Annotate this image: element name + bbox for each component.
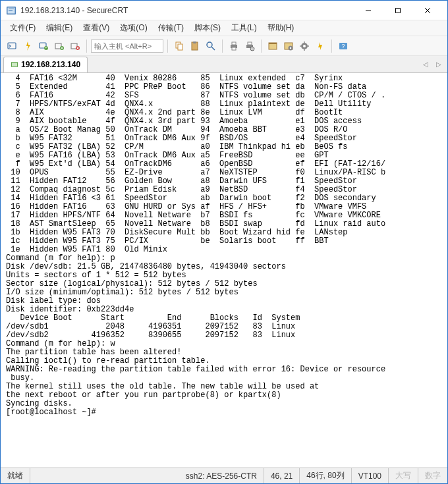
copy-button[interactable] bbox=[172, 39, 186, 53]
host-input[interactable] bbox=[91, 40, 163, 53]
session-options-button[interactable] bbox=[281, 39, 296, 53]
separator bbox=[222, 40, 223, 53]
separator bbox=[261, 40, 262, 53]
separator bbox=[331, 40, 332, 53]
tabbar: 192.168.213.140 ◁ ▷ bbox=[1, 56, 447, 73]
svg-rect-18 bbox=[193, 41, 196, 43]
svg-rect-5 bbox=[395, 8, 400, 13]
svg-point-33 bbox=[303, 45, 306, 47]
quick-connect-button[interactable] bbox=[20, 39, 35, 53]
menu-view[interactable]: 查看(V) bbox=[79, 21, 113, 35]
sessions-button[interactable] bbox=[266, 39, 280, 53]
status-cursor-pos: 46, 21 bbox=[264, 468, 300, 483]
separator bbox=[86, 40, 87, 53]
svg-rect-23 bbox=[232, 47, 236, 50]
menu-transfer[interactable]: 传输(T) bbox=[154, 21, 188, 35]
titlebar: 192.168.213.140 - SecureCRT bbox=[1, 1, 447, 20]
print-setup-button[interactable] bbox=[242, 39, 257, 53]
reconnect-button[interactable] bbox=[36, 39, 51, 53]
svg-point-26 bbox=[250, 47, 254, 51]
terminal-line: WARNING: Re-reading the partition table … bbox=[6, 365, 442, 374]
menubar: 文件(F) 编辑(E) 查看(V) 选项(O) 传输(T) 脚本(S) 工具(L… bbox=[1, 20, 447, 36]
menu-help[interactable]: 帮助(H) bbox=[264, 21, 298, 35]
tab-next-button[interactable]: ▷ bbox=[433, 59, 445, 70]
status-caps: 大写 bbox=[389, 468, 418, 483]
svg-point-31 bbox=[290, 47, 291, 48]
svg-rect-2 bbox=[9, 9, 14, 9]
tab-connected-icon bbox=[11, 61, 18, 68]
statusbar: 就绪 ssh2: AES-256-CTR 46, 21 46行, 80列 VT1… bbox=[1, 468, 447, 483]
terminal[interactable]: 4 FAT16 <32M 40 Venix 80286 85 Linux ext… bbox=[1, 73, 447, 468]
global-options-button[interactable] bbox=[297, 39, 312, 53]
status-cipher: ssh2: AES-256-CTR bbox=[179, 468, 264, 483]
keyword-highlight-button[interactable] bbox=[313, 39, 327, 53]
window-title: 192.168.213.140 - SecureCRT bbox=[20, 6, 353, 15]
tab-prev-button[interactable]: ◁ bbox=[420, 59, 432, 70]
svg-rect-25 bbox=[248, 42, 252, 45]
app-icon bbox=[6, 5, 16, 16]
help-button[interactable]: ? bbox=[336, 39, 350, 53]
separator bbox=[167, 40, 168, 53]
tab-nav: ◁ ▷ bbox=[420, 59, 445, 70]
print-button[interactable] bbox=[227, 39, 241, 53]
tab-label: 192.168.213.140 bbox=[21, 60, 80, 69]
status-emulation: VT100 bbox=[352, 468, 389, 483]
toolbar: ? bbox=[1, 36, 447, 56]
svg-line-20 bbox=[211, 47, 215, 50]
status-num: 数字 bbox=[418, 468, 447, 483]
svg-rect-3 bbox=[9, 10, 13, 11]
svg-rect-8 bbox=[8, 43, 16, 49]
close-button[interactable] bbox=[412, 1, 442, 20]
terminal-line: [root@localhost ~]# bbox=[6, 408, 442, 417]
svg-rect-22 bbox=[232, 42, 236, 45]
menu-options[interactable]: 选项(O) bbox=[116, 21, 151, 35]
minimize-button[interactable] bbox=[353, 1, 383, 20]
find-button[interactable] bbox=[204, 39, 218, 53]
menu-tools[interactable]: 工具(L) bbox=[227, 21, 261, 35]
new-tab-button[interactable] bbox=[52, 39, 67, 53]
svg-point-19 bbox=[207, 42, 212, 47]
svg-rect-28 bbox=[269, 43, 277, 44]
session-tab[interactable]: 192.168.213.140 bbox=[3, 57, 88, 72]
disconnect-button[interactable] bbox=[68, 39, 82, 53]
paste-button[interactable] bbox=[188, 39, 202, 53]
svg-rect-16 bbox=[178, 44, 182, 50]
svg-text:?: ? bbox=[341, 43, 345, 49]
status-ready: 就绪 bbox=[1, 468, 30, 483]
maximize-button[interactable] bbox=[383, 1, 412, 20]
menu-edit[interactable]: 编辑(E) bbox=[42, 21, 76, 35]
connect-button[interactable] bbox=[5, 39, 19, 53]
menu-file[interactable]: 文件(F) bbox=[6, 21, 40, 35]
svg-rect-41 bbox=[12, 63, 17, 67]
menu-script[interactable]: 脚本(S) bbox=[190, 21, 225, 35]
svg-point-10 bbox=[44, 46, 48, 50]
status-size: 46行, 80列 bbox=[300, 468, 351, 483]
